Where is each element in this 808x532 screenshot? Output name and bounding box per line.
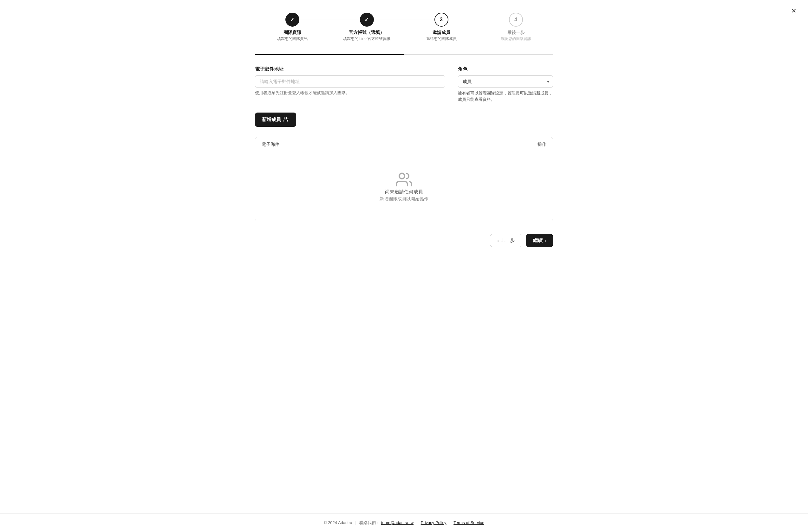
- step-1-title: 團隊資訊: [277, 30, 308, 36]
- table-col-action: 操作: [537, 142, 546, 147]
- role-select-wrapper: 擁有者 管理員 成員 ▾: [458, 75, 553, 88]
- back-button[interactable]: ‹ 上一步: [490, 234, 522, 247]
- footer-copyright: © 2024 Adastra: [324, 520, 352, 525]
- table-col-email: 電子郵件: [262, 142, 279, 147]
- empty-secondary-text: 新增團隊成員以開始協作: [380, 196, 428, 202]
- main-content: ✓ 團隊資訊 填寫您的團隊資訊 ✓ 官方帳號（選填） 填寫您的 Line 官方帳…: [249, 0, 559, 513]
- role-select[interactable]: 擁有者 管理員 成員: [458, 75, 553, 88]
- separator-3: |: [449, 520, 452, 525]
- footer-privacy-link[interactable]: Privacy Policy: [421, 520, 446, 525]
- step-4: 4 最後一步 確認您的團隊資訊: [479, 13, 553, 41]
- step-1-subtitle: 填寫您的團隊資訊: [277, 36, 308, 41]
- step-4-subtitle: 確認您的團隊資訊: [501, 36, 531, 41]
- continue-button[interactable]: 繼續 ›: [526, 234, 553, 247]
- step-2-label: 官方帳號（選填） 填寫您的 Line 官方帳號資訊: [343, 30, 390, 41]
- step-4-title: 最後一步: [501, 30, 531, 36]
- step-1: ✓ 團隊資訊 填寫您的團隊資訊: [255, 13, 329, 41]
- email-input[interactable]: [255, 75, 445, 88]
- step-2: ✓ 官方帳號（選填） 填寫您的 Line 官方帳號資訊: [329, 13, 404, 41]
- close-button[interactable]: ✕: [789, 6, 799, 15]
- users-empty-icon: [396, 171, 412, 189]
- footer-contact-prefix: 聯絡我們：: [359, 520, 380, 525]
- step-1-checkmark: ✓: [290, 16, 295, 23]
- step-2-circle: ✓: [360, 13, 374, 26]
- back-arrow-icon: ‹: [497, 238, 499, 243]
- continue-label: 繼續: [533, 237, 543, 243]
- separator-2: |: [417, 520, 419, 525]
- step-3-title: 邀請成員: [426, 30, 457, 36]
- email-label: 電子郵件地址: [255, 66, 445, 72]
- svg-point-3: [399, 173, 405, 179]
- stepper: ✓ 團隊資訊 填寫您的團隊資訊 ✓ 官方帳號（選填） 填寫您的 Line 官方帳…: [255, 13, 553, 41]
- step-1-label: 團隊資訊 填寫您的團隊資訊: [277, 30, 308, 41]
- add-member-button[interactable]: 新增成員: [255, 113, 296, 127]
- stepper-divider: [255, 54, 553, 55]
- back-label: 上一步: [501, 237, 515, 243]
- table-header: 電子郵件 操作: [255, 137, 553, 152]
- step-2-subtitle: 填寫您的 Line 官方帳號資訊: [343, 36, 390, 41]
- separator-1: |: [355, 520, 357, 525]
- footer: © 2024 Adastra | 聯絡我們： team@adastra.tw |…: [0, 513, 808, 532]
- add-member-icon: [283, 116, 289, 123]
- email-hint: 使用者必須先註冊並登入帳號才能被邀請加入團隊。: [255, 90, 445, 96]
- step-3-subtitle: 邀請您的團隊成員: [426, 36, 457, 41]
- add-member-label: 新增成員: [262, 117, 281, 123]
- step-2-checkmark: ✓: [364, 16, 369, 23]
- step-4-circle: 4: [509, 13, 523, 26]
- step-4-number: 4: [514, 17, 517, 22]
- members-table: 電子郵件 操作 尚未邀請任何成員 新增團隊成員以開始協作: [255, 137, 553, 221]
- step-4-label: 最後一步 確認您的團隊資訊: [501, 30, 531, 41]
- step-3: 3 邀請成員 邀請您的團隊成員: [404, 13, 479, 41]
- empty-primary-text: 尚未邀請任何成員: [385, 189, 423, 195]
- svg-point-0: [285, 117, 287, 119]
- page-wrapper: ✕ ✓ 團隊資訊 填寫您的團隊資訊 ✓ 官方帳號（選填）: [0, 0, 808, 532]
- table-empty-state: 尚未邀請任何成員 新增團隊成員以開始協作: [255, 152, 553, 221]
- step-3-number: 3: [440, 17, 443, 22]
- form-section: 電子郵件地址 使用者必須先註冊並登入帳號才能被邀請加入團隊。 角色 擁有者 管理…: [255, 66, 553, 103]
- email-section: 電子郵件地址 使用者必須先註冊並登入帳號才能被邀請加入團隊。: [255, 66, 445, 103]
- step-3-label: 邀請成員 邀請您的團隊成員: [426, 30, 457, 41]
- step-2-title: 官方帳號（選填）: [343, 30, 390, 36]
- step-3-circle: 3: [435, 13, 448, 26]
- footer-tos-link[interactable]: Terms of Service: [454, 520, 484, 525]
- footer-email-link[interactable]: team@adastra.tw: [381, 520, 414, 525]
- continue-arrow-icon: ›: [545, 238, 546, 243]
- step-1-circle: ✓: [286, 13, 299, 26]
- navigation-buttons: ‹ 上一步 繼續 ›: [255, 234, 553, 247]
- role-label: 角色: [458, 66, 553, 72]
- role-hint: 擁有者可以管理團隊設定，管理員可以邀請新成員，成員只能查看資料。: [458, 90, 553, 103]
- role-section: 角色 擁有者 管理員 成員 ▾ 擁有者可以管理團隊設定，管理員可以邀請新成員，成…: [458, 66, 553, 103]
